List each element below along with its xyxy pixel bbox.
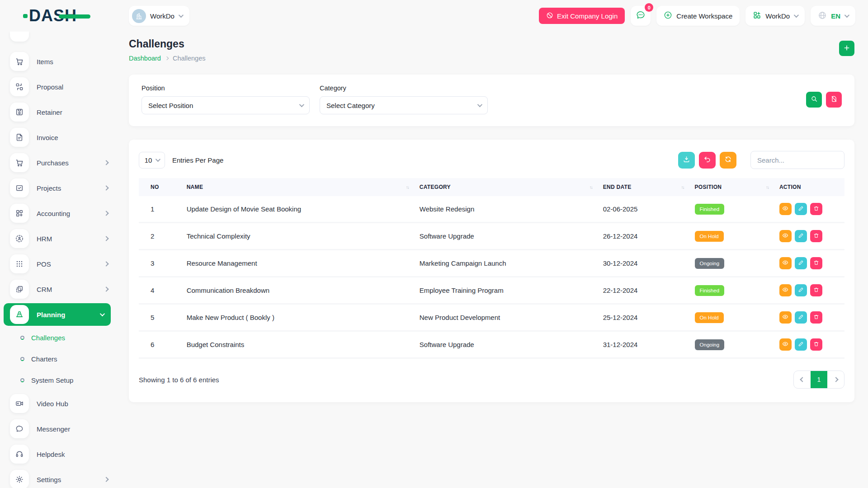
delete-button[interactable] <box>810 311 822 324</box>
sidebar-item-retainer[interactable]: Retainer <box>0 99 115 125</box>
delete-button[interactable] <box>810 203 822 215</box>
export-button[interactable] <box>678 152 695 169</box>
view-button[interactable] <box>779 230 792 242</box>
sidebar-item-proposal[interactable]: Proposal <box>0 74 115 99</box>
pencil-icon <box>798 233 804 240</box>
status-badge: Finished <box>695 285 724 296</box>
chat-bubble-icon <box>10 419 29 438</box>
sidebar-item-hrm[interactable]: HRM <box>0 226 115 251</box>
sort-icon: ↑↓ <box>681 185 684 190</box>
column-header-end-date[interactable]: END DATE↑↓ <box>598 178 689 196</box>
workspace-name: WorkDo <box>150 12 175 20</box>
edit-button[interactable] <box>795 311 807 324</box>
sidebar-item-invoice[interactable]: Invoice <box>0 125 115 150</box>
position-select[interactable]: Select Position <box>142 96 310 114</box>
view-button[interactable] <box>779 284 792 296</box>
view-button[interactable] <box>779 203 792 215</box>
status-badge: On Hold <box>695 312 724 323</box>
cell-name: Resource Management <box>181 250 414 277</box>
table-row: 5 Make New Product ( Bookly ) New Produc… <box>139 304 844 331</box>
workspace-switcher[interactable]: WorkDo <box>129 6 189 26</box>
edit-button[interactable] <box>795 257 807 269</box>
table-search-input[interactable] <box>750 151 844 169</box>
scrolled-item-partial <box>10 32 29 42</box>
exit-company-login-button[interactable]: Exit Company Login <box>539 8 625 24</box>
chevron-down-icon <box>156 157 160 162</box>
table-header-row: NO NAME↑↓ CATEGORY↑↓ END DATE↑↓ POSITION… <box>139 178 844 196</box>
edit-button[interactable] <box>795 203 807 215</box>
sidebar-subitem-system-setup[interactable]: System Setup <box>0 370 115 391</box>
create-challenge-button[interactable] <box>839 41 854 56</box>
column-header-position[interactable]: POSITION↑↓ <box>689 178 774 196</box>
chevron-right-icon <box>833 377 838 382</box>
entries-per-page-select[interactable]: 10 <box>139 152 165 169</box>
column-header-action[interactable]: ACTION <box>774 178 844 196</box>
challenges-table: NO NAME↑↓ CATEGORY↑↓ END DATE↑↓ POSITION… <box>139 178 844 359</box>
edit-button[interactable] <box>795 284 807 296</box>
table-row: 3 Resource Management Marketing Campaign… <box>139 250 844 277</box>
proposal-icon <box>10 77 29 96</box>
chevron-right-icon <box>104 261 108 266</box>
next-page-button[interactable] <box>827 371 844 388</box>
status-badge: Finished <box>695 204 724 215</box>
delete-button[interactable] <box>810 257 822 269</box>
sidebar-item-crm[interactable]: CRM <box>0 277 115 302</box>
sidebar-item-items[interactable]: Items <box>0 49 115 74</box>
delete-button[interactable] <box>810 338 822 351</box>
cell-category: Employee Training Program <box>414 277 598 304</box>
edit-button[interactable] <box>795 230 807 242</box>
sort-icon: ↑↓ <box>406 185 409 190</box>
apply-filter-button[interactable] <box>806 92 822 108</box>
pencil-icon <box>798 260 804 267</box>
view-button[interactable] <box>779 311 792 324</box>
cell-end-date: 26-12-2024 <box>598 223 689 250</box>
messages-button[interactable]: 0 <box>631 6 651 26</box>
sidebar-subitem-challenges[interactable]: Challenges <box>0 327 115 348</box>
breadcrumb-dashboard-link[interactable]: Dashboard <box>129 55 161 62</box>
sidebar-item-purchases[interactable]: Purchases <box>0 150 115 175</box>
category-select[interactable]: Select Category <box>320 96 488 114</box>
table-row: 2 Technical Complexity Software Upgrade … <box>139 223 844 250</box>
language-selector[interactable]: EN <box>811 6 855 26</box>
edit-button[interactable] <box>795 338 807 351</box>
language-code: EN <box>831 12 840 20</box>
refresh-button[interactable] <box>720 152 736 169</box>
sidebar-item-planning[interactable]: Planning <box>4 303 111 326</box>
create-workspace-button[interactable]: Create Workspace <box>656 6 740 26</box>
sidebar-item-projects[interactable]: Projects <box>0 175 115 201</box>
undo-button[interactable] <box>699 152 716 169</box>
refresh-icon <box>724 155 732 164</box>
delete-button[interactable] <box>810 284 822 296</box>
cell-no: 5 <box>139 304 181 331</box>
page-number-button[interactable]: 1 <box>811 371 827 388</box>
sidebar-item-accounting[interactable]: Accounting <box>0 201 115 226</box>
category-filter-label: Category <box>320 84 488 92</box>
undo-arrow-icon <box>703 155 711 164</box>
sidebar-item-pos[interactable]: POS <box>0 251 115 277</box>
eye-icon <box>782 205 788 213</box>
dots-grid-icon <box>10 254 29 273</box>
previous-page-button[interactable] <box>794 371 811 388</box>
sidebar-item-video-hub[interactable]: Video Hub <box>0 391 115 416</box>
eye-icon <box>782 232 788 240</box>
sidebar-item-messenger[interactable]: Messenger <box>0 416 115 441</box>
clear-filter-button[interactable] <box>826 92 842 108</box>
top-header: DASH WorkDo Exit Company Login 0 C <box>0 0 868 32</box>
column-header-no[interactable]: NO <box>139 178 181 196</box>
view-button[interactable] <box>779 338 792 351</box>
sidebar-item-helpdesk[interactable]: Helpdesk <box>0 441 115 467</box>
entries-summary: Showing 1 to 6 of 6 entries <box>139 376 219 384</box>
app-logo[interactable]: DASH <box>29 6 77 25</box>
column-header-category[interactable]: CATEGORY↑↓ <box>414 178 598 196</box>
pencil-icon <box>798 314 804 321</box>
delete-button[interactable] <box>810 230 822 242</box>
workdo-menu-button[interactable]: WorkDo <box>745 6 805 26</box>
sidebar-item-settings[interactable]: Settings <box>0 467 115 488</box>
sidebar-subitem-charters[interactable]: Charters <box>0 348 115 370</box>
eye-icon <box>782 341 788 348</box>
cell-name: Budget Constraints <box>181 331 414 358</box>
cell-end-date: 31-12-2024 <box>598 331 689 358</box>
column-header-name[interactable]: NAME↑↓ <box>181 178 414 196</box>
traffic-cone-icon <box>10 305 29 324</box>
view-button[interactable] <box>779 257 792 269</box>
